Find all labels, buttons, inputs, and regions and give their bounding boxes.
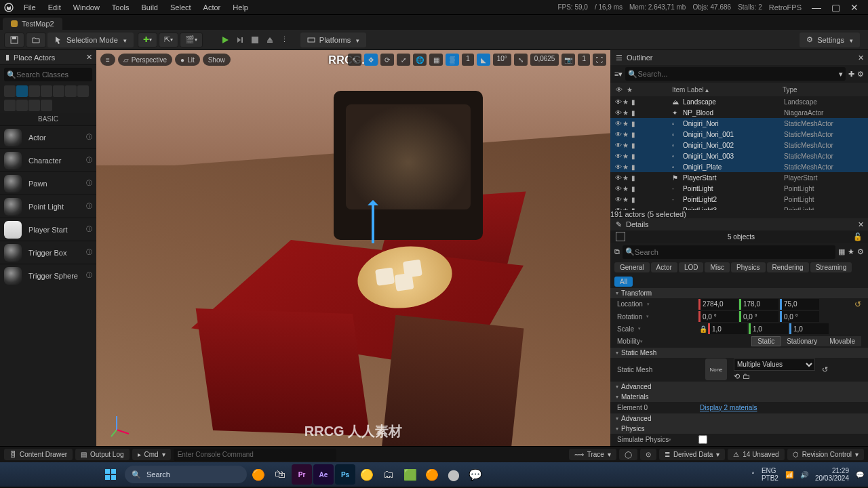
pin-toggle[interactable]: ★	[622, 109, 629, 117]
rotation-label[interactable]: Rotation	[617, 313, 698, 321]
mesh-reset[interactable]: ↺	[822, 365, 828, 374]
pin-toggle[interactable]: ★	[622, 120, 629, 127]
vp-scale[interactable]: ⤢	[397, 54, 410, 66]
eject-button[interactable]	[262, 33, 277, 47]
cat-visual[interactable]	[65, 85, 77, 97]
info-icon[interactable]: ⓘ	[86, 133, 92, 142]
app-excel[interactable]: 🟩	[400, 464, 420, 485]
outliner-row[interactable]: 👁★▮▫Onigiri_PlateStaticMeshActor	[610, 161, 868, 172]
tray-clock[interactable]: 21:2920/03/2024	[815, 467, 849, 482]
location-reset[interactable]: ↺	[854, 300, 861, 309]
outliner-row[interactable]: 👁★▮⛰LandscapeLandscape	[610, 96, 868, 107]
settings-dropdown[interactable]: ⚙ Settings	[800, 33, 860, 47]
cat-shapes[interactable]	[41, 85, 52, 97]
mobility-static[interactable]: Static	[751, 336, 781, 346]
mobility-stationary[interactable]: Stationary	[781, 336, 823, 346]
pin-toggle[interactable]: ★	[622, 131, 629, 138]
rot-x[interactable]: 0,0 °	[698, 311, 738, 322]
visibility-toggle[interactable]: 👁	[614, 185, 622, 192]
viewport-lit[interactable]: ● Lit	[175, 54, 200, 66]
trace-button[interactable]: ⟿ Trace ▾	[569, 449, 616, 460]
mesh-thumbnail[interactable]: None	[705, 359, 727, 380]
output-log-button[interactable]: ▤Output Log	[75, 449, 129, 460]
start-button[interactable]	[100, 464, 121, 485]
tray-lang[interactable]: ENGPTB2	[762, 467, 778, 482]
cat-lights[interactable]	[28, 85, 40, 97]
lock-selection[interactable]: 🔓	[853, 232, 863, 241]
console-input[interactable]: Enter Console Command	[174, 449, 336, 461]
app-blender[interactable]: 🟠	[422, 464, 442, 485]
pin-toggle[interactable]: ★	[622, 152, 629, 160]
info-icon[interactable]: ⓘ	[86, 248, 92, 257]
details-view-grid[interactable]: ▦	[838, 247, 845, 256]
vp-translate[interactable]: ✥	[364, 54, 378, 66]
visibility-toggle[interactable]: 👁	[614, 142, 622, 149]
vp-angle-snap[interactable]: ◣	[477, 54, 490, 66]
pin-toggle[interactable]: ★	[622, 196, 629, 203]
viewport-options[interactable]: ≡	[100, 54, 115, 66]
type-col[interactable]: Type	[783, 86, 863, 94]
place-actor-item[interactable]: Trigger Boxⓘ	[0, 241, 96, 264]
system-tray[interactable]: ˄ ENGPTB2 📶 🔊 21:2920/03/2024 💬	[751, 467, 864, 482]
outliner-search-input[interactable]	[637, 70, 839, 78]
outliner-new-folder[interactable]: ✚	[848, 70, 854, 79]
cat-rendering[interactable]: Rendering	[767, 262, 809, 272]
vp-camspeed[interactable]: 📷	[561, 54, 575, 66]
derived-data-button[interactable]: ≣ Derived Data ▾	[659, 449, 725, 460]
cat-b[interactable]	[16, 100, 28, 111]
add-content-button[interactable]: ✚ ▾	[138, 33, 157, 47]
vp-maximize[interactable]: ⛶	[593, 54, 606, 66]
outliner-row[interactable]: 👁★▮▫Onigiri_NoriStaticMeshActor	[610, 118, 868, 129]
viewport-perspective[interactable]: ▱ Perspective	[118, 54, 172, 66]
menu-file[interactable]: File	[18, 0, 42, 14]
cat-streaming[interactable]: Streaming	[810, 262, 852, 272]
section-materials[interactable]: Materials	[610, 392, 868, 402]
section-transform[interactable]: Transform	[610, 288, 868, 298]
pin-toggle[interactable]: ★	[622, 174, 629, 182]
app-premiere[interactable]: Pr	[292, 464, 312, 485]
window-restore[interactable]: ▢	[826, 2, 845, 13]
scl-z[interactable]: 1,0	[789, 323, 829, 334]
app-unreal[interactable]: ⬤	[443, 464, 464, 485]
marketplace-button[interactable]: ⇱ ▾	[159, 33, 178, 47]
outliner-row[interactable]: 👁★▮▫Onigiri_Nori_003StaticMeshActor	[610, 150, 868, 161]
visibility-toggle[interactable]: 👁	[614, 174, 622, 182]
visibility-toggle[interactable]: 👁	[614, 196, 622, 203]
vp-rotate[interactable]: ⟳	[380, 54, 394, 66]
vp-grid-snap[interactable]: ▒	[446, 54, 459, 66]
cat-vols[interactable]	[77, 85, 89, 97]
tray-wifi-icon[interactable]: 📶	[785, 471, 793, 479]
outliner-search[interactable]: 🔍 ▾	[625, 67, 846, 81]
outliner-row[interactable]: 👁★▮·PointLightPointLight	[610, 183, 868, 194]
info-icon[interactable]: ⓘ	[86, 179, 92, 188]
vp-world[interactable]: 🌐	[413, 54, 427, 66]
cinematics-button[interactable]: 🎬 ▾	[180, 33, 203, 47]
cat-a[interactable]	[4, 100, 16, 111]
vp-grid-value[interactable]: 1	[462, 54, 474, 66]
vp-scale-value[interactable]: 0,0625	[530, 54, 559, 66]
trace-snap[interactable]: ⊙	[640, 449, 656, 460]
pin-toggle[interactable]: ★	[622, 142, 629, 149]
browse-asset-icon[interactable]: 🗀	[743, 372, 750, 381]
platforms-dropdown[interactable]: Platforms	[300, 33, 366, 47]
details-search-input[interactable]	[635, 248, 833, 256]
loc-y[interactable]: 178,0	[739, 299, 778, 310]
pin-toggle[interactable]: ★	[622, 185, 629, 192]
scale-lock[interactable]: 🔒	[698, 325, 708, 333]
mobility-movable[interactable]: Movable	[823, 336, 861, 346]
app-photoshop[interactable]: Ps	[335, 464, 355, 485]
details-fav[interactable]: ★	[848, 247, 854, 256]
app-aftereffects[interactable]: Ae	[313, 464, 334, 485]
tray-chevron[interactable]: ˄	[751, 471, 755, 479]
skip-button[interactable]	[233, 33, 248, 47]
details-filter[interactable]: ⧉	[614, 247, 620, 256]
cat-recent[interactable]	[4, 85, 16, 97]
editor-mode-selector[interactable]: Selection Mode	[47, 33, 134, 47]
revision-control-button[interactable]: ⬡ Revision Control ▾	[787, 449, 864, 460]
scl-x[interactable]: 1,0	[708, 323, 747, 334]
outliner-row[interactable]: 👁★▮·PointLight2PointLight	[610, 194, 868, 205]
place-actor-item[interactable]: Characterⓘ	[0, 148, 96, 171]
visibility-toggle[interactable]: 👁	[614, 98, 622, 106]
display-materials-link[interactable]: Display 2 materials	[700, 404, 757, 411]
menu-edit[interactable]: Edit	[42, 0, 67, 14]
